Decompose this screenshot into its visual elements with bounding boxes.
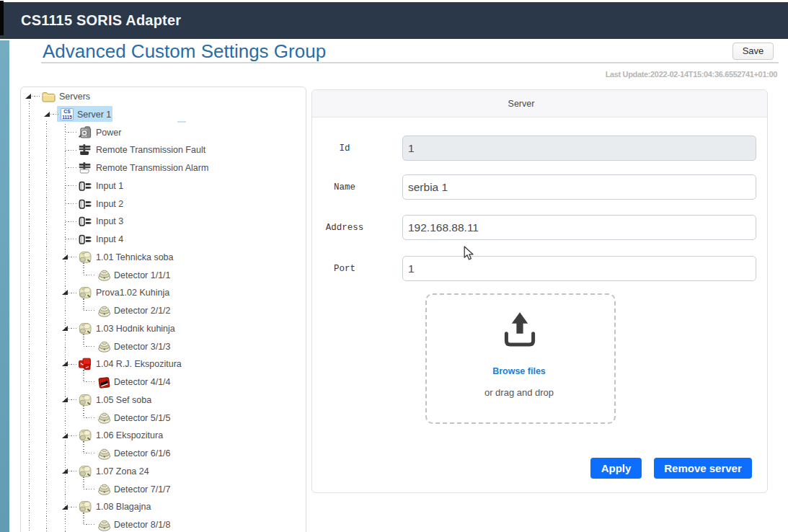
svg-text:1115: 1115	[62, 115, 72, 120]
svg-text:CS: CS	[63, 109, 71, 114]
